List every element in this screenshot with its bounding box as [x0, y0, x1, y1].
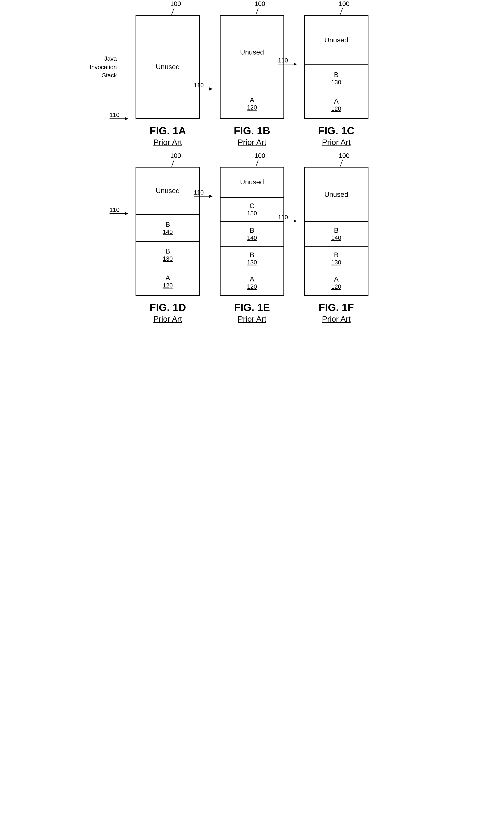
fig-subtitle-1e: Prior Art	[234, 314, 270, 323]
section-b140-ref-1f: 140	[331, 234, 341, 241]
arrow-110-1f: 110	[278, 221, 297, 221]
section-b130-1c: B 130	[305, 64, 368, 92]
caption-1b: FIG. 1B Prior Art	[234, 125, 270, 147]
section-a-ref-1c: 120	[331, 105, 341, 112]
figure-1c: 100 A 120 B 130 Unused	[304, 15, 369, 147]
section-b140-1d: B 140	[136, 214, 199, 241]
fig-subtitle-1f: Prior Art	[319, 314, 354, 323]
stack-wrapper-1c: 100 A 120 B 130 Unused	[304, 15, 369, 119]
fig-subtitle-1c: Prior Art	[318, 138, 354, 147]
section-a-1c: A 120	[305, 92, 368, 118]
figure-1a: JavaInvocationStack 100 Unused 110	[135, 15, 200, 147]
arrow-110-1a: 110	[110, 118, 128, 119]
fig-subtitle-1b: Prior Art	[234, 138, 270, 147]
section-b140-label-1d: B	[166, 221, 170, 229]
caption-1e: FIG. 1E Prior Art	[234, 302, 270, 323]
stack-box-1b: A 120 Unused	[220, 15, 284, 119]
stack-wrapper-1d: 100 A 120 B 130 B 140	[135, 167, 200, 296]
section-a-label-1e: A	[250, 275, 254, 283]
fig-subtitle-1a: Prior Art	[149, 138, 186, 147]
stack-box-1a: Unused	[135, 15, 200, 119]
section-a-label-1d: A	[166, 274, 170, 282]
section-b140-ref-1e: 140	[247, 234, 257, 241]
stack-wrapper-1a: JavaInvocationStack 100 Unused 110	[135, 15, 200, 119]
section-b130-ref-1c: 130	[331, 79, 341, 86]
unused-label-1b: Unused	[240, 48, 264, 56]
unused-label-1f: Unused	[324, 191, 349, 198]
section-a-label-1c: A	[334, 98, 339, 105]
section-a-1e: A 120	[220, 271, 284, 295]
section-b130-ref-1f: 130	[331, 259, 341, 266]
figure-1b: 100 A 120 Unused 110	[220, 15, 284, 147]
stack-box-1c: A 120 B 130 Unused	[304, 15, 369, 119]
section-b130-label-1c: B	[334, 71, 339, 79]
fig-title-1a: FIG. 1A	[149, 125, 186, 137]
ref-100-1c: 100	[339, 0, 350, 8]
unused-label-1d: Unused	[156, 187, 180, 195]
fig-title-1b: FIG. 1B	[234, 125, 270, 137]
stack-wrapper-1f: 100 A 120 B 130 B 140	[304, 167, 369, 296]
arrow-110-1e: 110	[194, 196, 212, 196]
stack-wrapper-1b: 100 A 120 Unused 110	[220, 15, 284, 119]
unused-label-1a: Unused	[156, 63, 180, 71]
section-a-label-1f: A	[334, 275, 339, 283]
stack-box-1d: A 120 B 130 B 140 Unused	[135, 167, 200, 296]
stack-wrapper-1e: 100 A 120 B 130 B 140	[220, 167, 284, 296]
stack-box-1f: A 120 B 130 B 140 Unused	[304, 167, 369, 296]
section-b140-label-1e: B	[250, 227, 254, 234]
arrow-110-1c: 110	[278, 64, 297, 64]
arrow-110-1d: 110	[110, 214, 128, 214]
ref-100-1e: 100	[254, 152, 265, 160]
section-a-ref-1f: 120	[331, 283, 341, 290]
section-b130-label-1d: B	[166, 247, 170, 255]
row-2: 100 A 120 B 130 B 140	[10, 167, 494, 323]
section-b130-1e: B 130	[220, 246, 284, 271]
section-b140-ref-1d: 140	[163, 229, 173, 235]
ref-100-1b: 100	[254, 0, 265, 8]
fig-title-1f: FIG. 1F	[319, 302, 354, 313]
section-unused-1f: Unused	[305, 168, 368, 221]
figure-1d: 100 A 120 B 130 B 140	[135, 167, 200, 323]
section-a-ref-1b: 120	[247, 104, 257, 111]
section-a-label-1b: A	[250, 96, 254, 104]
unused-label-1e: Unused	[240, 178, 264, 186]
fig-subtitle-1d: Prior Art	[149, 314, 186, 323]
ref-100-1a: 100	[170, 0, 181, 8]
figure-1e: 100 A 120 B 130 B 140	[220, 167, 284, 323]
section-b140-label-1f: B	[334, 227, 339, 234]
section-b130-label-1e: B	[250, 251, 254, 259]
section-a-1f: A 120	[305, 271, 368, 295]
arrow-110-1b: 110	[194, 89, 212, 89]
caption-1c: FIG. 1C Prior Art	[318, 125, 354, 147]
section-unused-1b: Unused	[220, 16, 284, 89]
ref-100-1d: 100	[170, 152, 181, 160]
figure-1f: 100 A 120 B 130 B 140	[304, 167, 369, 323]
section-a-1b: A 120	[220, 89, 284, 118]
caption-1d: FIG. 1D Prior Art	[149, 302, 186, 323]
fig-title-1d: FIG. 1D	[149, 302, 186, 313]
caption-1f: FIG. 1F Prior Art	[319, 302, 354, 323]
section-a-ref-1e: 120	[247, 283, 257, 290]
section-a-ref-1d: 120	[163, 282, 173, 289]
fig-title-1e: FIG. 1E	[234, 302, 270, 313]
section-b140-1e: B 140	[220, 221, 284, 246]
section-b130-1d: B 130	[136, 241, 199, 268]
section-c150-1e: C 150	[220, 197, 284, 222]
stack-box-1e: A 120 B 130 B 140 C 150	[220, 167, 284, 296]
section-c150-label-1e: C	[250, 202, 254, 210]
section-unused-1c: Unused	[305, 16, 368, 64]
caption-1a: FIG. 1A Prior Art	[149, 125, 186, 147]
java-label: JavaInvocationStack	[90, 55, 117, 79]
section-b140-1f: B 140	[305, 221, 368, 246]
ref-100-1f: 100	[339, 152, 350, 160]
section-unused-1d: Unused	[136, 168, 199, 214]
unused-label-1c: Unused	[324, 36, 349, 44]
section-b130-ref-1d: 130	[163, 255, 173, 262]
section-b130-label-1f: B	[334, 251, 339, 259]
section-b130-1f: B 130	[305, 246, 368, 271]
section-unused-1e: Unused	[220, 168, 284, 197]
row-1: JavaInvocationStack 100 Unused 110	[10, 15, 494, 147]
section-c150-ref-1e: 150	[247, 210, 257, 217]
section-a-1d: A 120	[136, 268, 199, 295]
section-b130-ref-1e: 130	[247, 259, 257, 266]
